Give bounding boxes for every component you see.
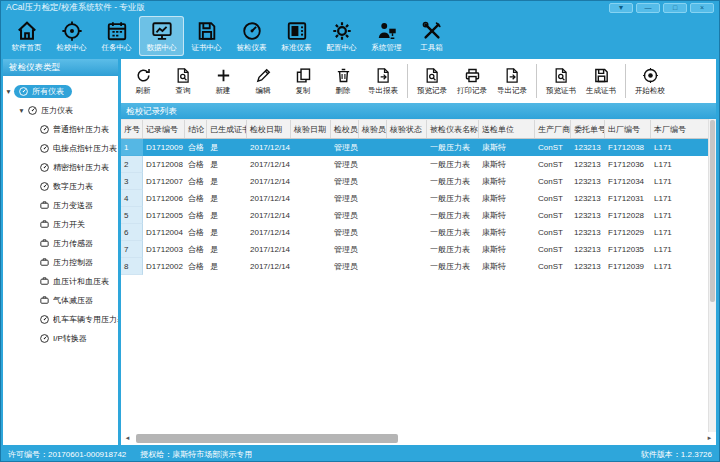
table-cell[interactable]: 是 [207,139,247,156]
table-cell[interactable]: 合格 [185,207,207,224]
refresh-button[interactable]: 刷新 [123,61,163,101]
horizontal-scrollbar-thumb[interactable] [136,434,398,443]
tree-item[interactable]: 血压计和血压表 [3,272,118,291]
table-cell[interactable] [387,207,427,224]
table-cell[interactable]: D1712003 [143,241,185,258]
print-record-button[interactable]: 打印记录 [452,61,492,101]
table-cell[interactable] [291,224,331,241]
tree-item[interactable]: 压力传感器 [3,234,118,253]
table-cell[interactable]: ConST [535,156,571,173]
row-number-cell[interactable]: 7 [121,241,143,258]
table-cell[interactable]: 123213 [571,156,605,173]
table-cell[interactable]: 123213 [571,241,605,258]
table-cell[interactable]: 管理员 [331,241,359,258]
appbar-item-cert-center[interactable]: 证书中心 [184,16,229,56]
tree-item[interactable]: 压力控制器 [3,253,118,272]
tree-item[interactable]: 精密指针压力表 [3,158,118,177]
table-cell[interactable] [359,139,387,156]
table-cell[interactable] [359,241,387,258]
table-row[interactable]: 1D1712009合格是2017/12/14管理员一般压力表康斯特ConST12… [121,139,708,156]
table-cell[interactable]: L171 [651,139,708,156]
tree-item[interactable]: 电接点指针压力表 [3,139,118,158]
table-cell[interactable]: 123213 [571,190,605,207]
generate-cert-button[interactable]: 生成证书 [581,61,621,101]
table-cell[interactable]: L171 [651,224,708,241]
table-cell[interactable]: 一般压力表 [427,241,479,258]
row-number-cell[interactable]: 3 [121,173,143,190]
table-cell[interactable]: 康斯特 [479,139,535,156]
table-cell[interactable]: 一般压力表 [427,258,479,275]
table-cell[interactable]: ConST [535,207,571,224]
table-cell[interactable]: D1712008 [143,156,185,173]
table-cell[interactable]: 是 [207,258,247,275]
appbar-item-system-admin[interactable]: 系统管理 [364,16,409,56]
table-row[interactable]: 7D1712003合格是2017/12/14管理员一般压力表康斯特ConST12… [121,241,708,258]
tree-item[interactable]: 普通指针压力表 [3,120,118,139]
table-cell[interactable]: L171 [651,156,708,173]
column-header[interactable]: 检校日期 [247,120,291,138]
table-cell[interactable]: 2017/12/14 [247,139,291,156]
table-cell[interactable]: 是 [207,224,247,241]
table-cell[interactable]: D1712006 [143,190,185,207]
table-cell[interactable]: L171 [651,173,708,190]
table-cell[interactable]: L171 [651,258,708,275]
table-cell[interactable]: F1712036 [605,156,651,173]
start-calibration-button[interactable]: 开始检校 [630,61,670,101]
table-cell[interactable]: 123213 [571,207,605,224]
table-cell[interactable]: L171 [651,241,708,258]
table-cell[interactable]: ConST [535,258,571,275]
scroll-left-arrow-icon[interactable]: ◄ [121,432,134,445]
table-cell[interactable]: 康斯特 [479,190,535,207]
preview-cert-button[interactable]: 预览证书 [541,61,581,101]
tree-item[interactable]: 气体减压器 [3,291,118,310]
table-row[interactable]: 4D1712006合格是2017/12/14管理员一般压力表康斯特ConST12… [121,190,708,207]
table-cell[interactable]: 是 [207,207,247,224]
appbar-item-config-center[interactable]: 配置中心 [319,16,364,56]
table-cell[interactable]: D1712005 [143,207,185,224]
table-cell[interactable]: 管理员 [331,156,359,173]
appbar-item-standard-instruments[interactable]: 标准仪表 [274,16,319,56]
appbar-item-test-instruments[interactable]: 被检仪表 [229,16,274,56]
new-button[interactable]: 新建 [203,61,243,101]
column-header[interactable]: 核验员 [359,120,387,138]
column-header[interactable]: 送检单位 [479,120,535,138]
table-cell[interactable]: 合格 [185,139,207,156]
table-cell[interactable] [359,173,387,190]
delete-button[interactable]: 删除 [323,61,363,101]
table-cell[interactable] [387,258,427,275]
table-cell[interactable] [387,190,427,207]
table-cell[interactable] [387,224,427,241]
appbar-item-data-center[interactable]: 数据中心 [139,16,184,56]
table-cell[interactable]: 合格 [185,224,207,241]
table-cell[interactable]: 合格 [185,258,207,275]
table-cell[interactable]: 是 [207,173,247,190]
appbar-item-toolbox[interactable]: 工具箱 [409,16,454,56]
table-cell[interactable] [291,241,331,258]
row-number-cell[interactable]: 5 [121,207,143,224]
table-cell[interactable]: L171 [651,207,708,224]
table-cell[interactable]: ConST [535,224,571,241]
table-cell[interactable]: 一般压力表 [427,207,479,224]
appbar-item-calibration-center[interactable]: 检校中心 [49,16,94,56]
table-cell[interactable] [359,156,387,173]
table-cell[interactable]: L171 [651,190,708,207]
table-cell[interactable] [359,258,387,275]
row-number-cell[interactable]: 2 [121,156,143,173]
column-header[interactable]: 已生成证书 [207,120,247,138]
table-row[interactable]: 3D1712007合格是2017/12/14管理员一般压力表康斯特ConST12… [121,173,708,190]
table-cell[interactable] [291,156,331,173]
table-cell[interactable]: 康斯特 [479,258,535,275]
horizontal-scrollbar-track[interactable] [134,434,703,443]
table-cell[interactable]: 管理员 [331,224,359,241]
appbar-item-home[interactable]: 软件首页 [4,16,49,56]
table-cell[interactable]: 123213 [571,139,605,156]
vertical-scrollbar-thumb[interactable] [710,120,715,302]
maximize-button[interactable]: □ [663,3,687,13]
table-cell[interactable]: 是 [207,190,247,207]
table-cell[interactable]: 康斯特 [479,207,535,224]
table-cell[interactable]: 2017/12/14 [247,190,291,207]
table-cell[interactable]: 2017/12/14 [247,207,291,224]
column-header[interactable]: 序号 [121,120,143,138]
table-cell[interactable]: 管理员 [331,173,359,190]
table-cell[interactable] [387,173,427,190]
